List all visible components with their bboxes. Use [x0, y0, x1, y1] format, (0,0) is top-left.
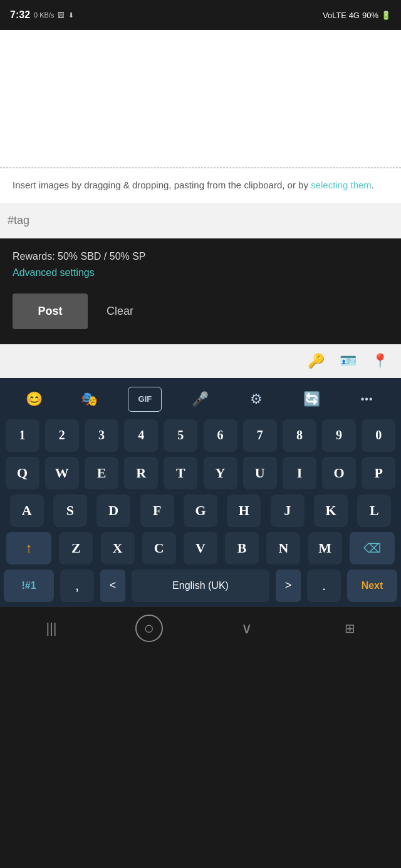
sticker-key[interactable]: 🎭: [73, 387, 107, 412]
key-r[interactable]: R: [124, 457, 158, 489]
key-b[interactable]: B: [225, 532, 259, 564]
network-label: VoLTE 4G: [323, 11, 360, 20]
back-nav-button[interactable]: |||: [33, 616, 70, 641]
key-0[interactable]: 0: [362, 419, 395, 452]
key-z[interactable]: Z: [59, 532, 93, 564]
down-nav-button[interactable]: ∨: [228, 616, 266, 641]
grid-nav-button[interactable]: ⊞: [331, 616, 368, 641]
translate-key[interactable]: 🔄: [294, 387, 328, 412]
keyboard-bottom-row: ↑ Z X C V B N M ⌫: [0, 529, 401, 567]
key-x[interactable]: X: [101, 532, 135, 564]
keyboard-space-row: !#1 , < English (UK) > . Next: [0, 567, 401, 607]
emoji-key[interactable]: 😊: [17, 387, 51, 412]
insert-hint-text: Insert images by dragging & dropping, pa…: [13, 180, 311, 190]
key-y[interactable]: Y: [204, 457, 237, 489]
key-m[interactable]: M: [308, 532, 342, 564]
dark-section: Rewards: 50% SBD / 50% SP Advanced setti…: [0, 238, 401, 344]
key-p[interactable]: P: [362, 457, 395, 489]
mic-key[interactable]: 🎤: [184, 387, 217, 412]
keyboard: 😊 🎭 GIF 🎤 ⚙ 🔄 ••• 1 2 3 4 5 6 7 8 9 0 Q …: [0, 378, 401, 607]
battery-icon: 🔋: [381, 11, 391, 20]
more-key[interactable]: •••: [350, 387, 384, 412]
tag-input-container: [0, 203, 401, 238]
post-button[interactable]: Post: [13, 294, 88, 329]
tag-input[interactable]: [8, 205, 393, 236]
settings-key[interactable]: ⚙: [239, 387, 273, 412]
key-icon[interactable]: 🔑: [308, 353, 325, 369]
key-h[interactable]: H: [227, 494, 261, 527]
selecting-them-link[interactable]: selecting them: [311, 180, 372, 190]
keyboard-qwerty-row: Q W E R T Y U I O P: [0, 454, 401, 492]
status-kbs: 0 KB/s: [34, 11, 54, 19]
content-area: Insert images by dragging & dropping, pa…: [0, 30, 401, 203]
key-a[interactable]: A: [10, 494, 44, 527]
key-5[interactable]: 5: [164, 419, 197, 452]
key-v[interactable]: V: [184, 532, 217, 564]
key-f[interactable]: F: [140, 494, 174, 527]
advanced-settings-link[interactable]: Advanced settings: [13, 267, 95, 278]
space-key[interactable]: English (UK): [132, 569, 269, 602]
next-key[interactable]: Next: [347, 569, 397, 602]
insert-hint: Insert images by dragging & dropping, pa…: [0, 168, 401, 203]
key-u[interactable]: U: [243, 457, 277, 489]
key-i[interactable]: I: [283, 457, 316, 489]
key-l[interactable]: L: [357, 494, 391, 527]
sym-key[interactable]: !#1: [4, 569, 54, 602]
key-2[interactable]: 2: [45, 419, 79, 452]
key-q[interactable]: Q: [6, 457, 39, 489]
battery-label: 90%: [362, 11, 378, 20]
status-right: VoLTE 4G 90% 🔋: [323, 11, 391, 20]
gif-key[interactable]: GIF: [128, 387, 162, 412]
key-6[interactable]: 6: [204, 419, 237, 452]
image-icon: 🖼: [58, 11, 65, 19]
backspace-key[interactable]: ⌫: [350, 532, 395, 564]
card-icon[interactable]: 🪪: [340, 353, 357, 369]
key-w[interactable]: W: [45, 457, 79, 489]
key-k[interactable]: K: [314, 494, 348, 527]
button-row: Post Clear: [13, 294, 388, 329]
key-d[interactable]: D: [96, 494, 130, 527]
location-icon[interactable]: 📍: [372, 353, 388, 369]
key-4[interactable]: 4: [124, 419, 158, 452]
key-7[interactable]: 7: [243, 419, 277, 452]
key-9[interactable]: 9: [322, 419, 356, 452]
keyboard-special-row: 😊 🎭 GIF 🎤 ⚙ 🔄 •••: [0, 383, 401, 417]
key-s[interactable]: S: [53, 494, 87, 527]
key-j[interactable]: J: [271, 494, 305, 527]
key-g[interactable]: G: [184, 494, 217, 527]
status-bar: 7:32 0 KB/s 🖼 ⬇ VoLTE 4G 90% 🔋: [0, 0, 401, 30]
shift-key[interactable]: ↑: [6, 532, 51, 564]
key-t[interactable]: T: [164, 457, 197, 489]
clear-button[interactable]: Clear: [107, 294, 133, 329]
image-drop-area[interactable]: [0, 30, 401, 168]
key-8[interactable]: 8: [283, 419, 316, 452]
nav-bar: ||| ○ ∨ ⊞: [0, 607, 401, 650]
status-left: 7:32 0 KB/s 🖼 ⬇: [10, 9, 74, 21]
key-1[interactable]: 1: [6, 419, 39, 452]
lang-arrow-left[interactable]: <: [100, 569, 125, 602]
comma-key[interactable]: ,: [60, 569, 94, 602]
lang-arrow-right[interactable]: >: [276, 569, 301, 602]
key-o[interactable]: O: [322, 457, 356, 489]
key-n[interactable]: N: [266, 532, 300, 564]
keyboard-number-row: 1 2 3 4 5 6 7 8 9 0: [0, 417, 401, 454]
period-key[interactable]: .: [307, 569, 341, 602]
signal-icon: ⬇: [68, 11, 74, 19]
keyboard-toolbar: 🔑 🪪 📍: [0, 344, 401, 378]
key-c[interactable]: C: [142, 532, 176, 564]
rewards-text: Rewards: 50% SBD / 50% SP: [13, 251, 388, 262]
key-e[interactable]: E: [85, 457, 118, 489]
insert-hint-end: .: [372, 180, 374, 190]
key-3[interactable]: 3: [85, 419, 118, 452]
keyboard-home-row: A S D F G H J K L: [0, 492, 401, 529]
status-time: 7:32: [10, 9, 30, 21]
home-nav-button[interactable]: ○: [135, 615, 163, 642]
